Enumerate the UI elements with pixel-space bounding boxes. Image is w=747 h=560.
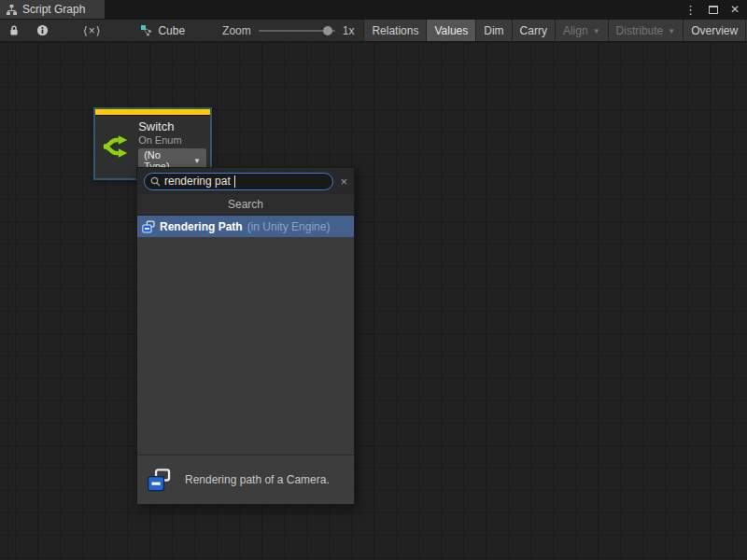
node-subtitle: On Enum [138,134,206,146]
search-result-row[interactable]: Rendering Path (in Unity Engine) [137,216,354,237]
edit-graph-button[interactable]: ⟨×⟩ [57,20,127,41]
window-controls: ⋮ ✕ [684,0,747,19]
graph-name: Cube [158,24,185,37]
zoom-slider[interactable] [259,30,335,32]
chevron-down-icon: ▼ [193,157,201,165]
lock-icon [8,24,20,36]
search-input[interactable]: rendering pat [144,173,333,190]
title-bar: Script Graph ⋮ ✕ [0,0,747,19]
code-icon: ⟨×⟩ [83,24,101,37]
toolbar-toggle-group: Relations Values Dim Carry Align ▼ Distr… [363,20,747,41]
results-header-label: Search [228,198,263,211]
node-title: Switch [138,119,206,133]
node-warning-header [95,109,210,116]
distribute-dropdown-button[interactable]: Distribute ▼ [609,20,684,41]
enum-icon [147,468,171,493]
enum-icon [142,220,155,233]
node-text: Switch On Enum (No Type) ▼ [138,119,206,174]
popup-footer: Rendering path of a Camera. [137,455,354,504]
chevron-down-icon: ▼ [668,27,675,35]
button-label: Overview [691,24,738,37]
button-label: Align [563,24,588,37]
result-context: (in Unity Engine) [247,220,331,233]
graph-toolbar: ⟨×⟩ Cube Zoom 1x Relations Values Dim Ca… [0,19,747,42]
carry-button[interactable]: Carry [513,20,555,41]
result-name: Rendering Path [160,220,243,233]
zoom-control: Zoom 1x [196,20,363,41]
relations-button[interactable]: Relations [364,20,426,41]
align-dropdown-button[interactable]: Align ▼ [556,20,608,41]
zoom-label: Zoom [222,24,251,37]
button-label: Carry [520,24,547,37]
zoom-value: 1x [343,24,355,37]
lock-button[interactable] [0,20,28,41]
close-icon[interactable]: ✕ [730,4,740,15]
button-label: Distribute [616,24,664,37]
search-bar: rendering pat × [137,168,354,194]
zoom-slider-handle[interactable] [323,26,332,35]
kebab-menu-icon[interactable]: ⋮ [684,4,697,16]
text-caret [234,175,235,188]
info-button[interactable] [28,20,57,41]
clear-search-button[interactable]: × [340,175,347,188]
button-label: Values [434,24,468,37]
results-header: Search [137,194,354,216]
graph-owner-button[interactable]: Cube [127,20,196,41]
node-graph-icon [140,24,152,36]
chevron-down-icon: ▼ [593,27,600,35]
search-icon [150,176,161,187]
values-button[interactable]: Values [427,20,475,41]
maximize-icon[interactable] [709,6,718,14]
dim-button[interactable]: Dim [476,20,511,41]
results-list[interactable] [137,237,354,455]
overview-button[interactable]: Overview [684,20,745,41]
info-icon [36,24,49,36]
graph-icon [6,4,18,16]
switch-icon [102,133,130,161]
button-label: Relations [372,24,418,37]
button-label: Dim [484,24,503,37]
result-description: Rendering path of a Camera. [185,473,330,486]
search-query: rendering pat [164,175,231,188]
fuzzy-finder-popup: rendering pat × Search Rendering Path (i… [136,167,355,505]
tab-script-graph[interactable]: Script Graph [0,0,105,19]
tab-title: Script Graph [22,3,85,16]
